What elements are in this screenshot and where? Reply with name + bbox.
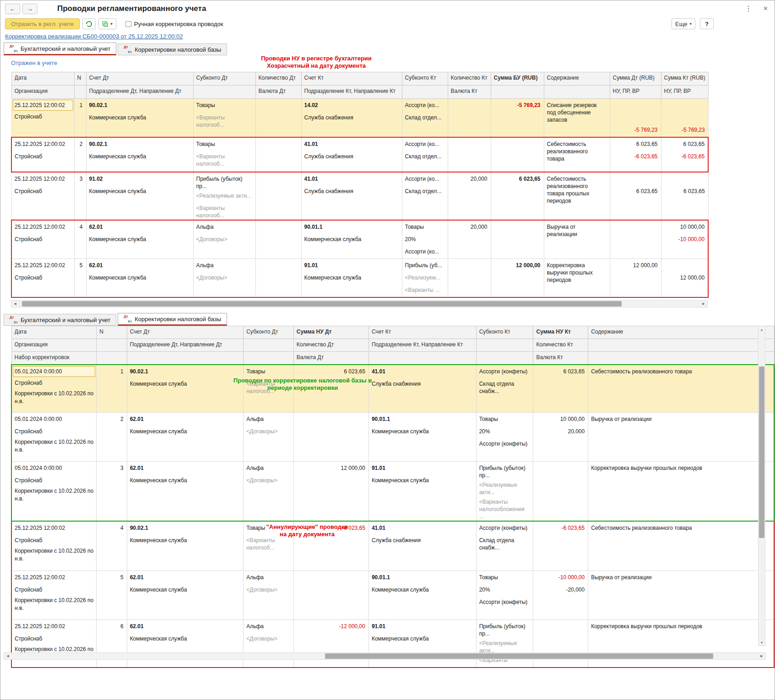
scroll-right-arrow[interactable]: ▶: [758, 653, 765, 659]
grid-cell[interactable]: 4: [97, 521, 127, 571]
grid-cell[interactable]: [448, 259, 491, 298]
grid-cell[interactable]: 05.01.2024 0:00:00СтройснабКорректировки…: [11, 365, 97, 413]
grid-cell[interactable]: Прибыль (убыток) пр...<Реализуемые акти.…: [476, 619, 533, 668]
column-header[interactable]: Количество Дт: [293, 339, 369, 352]
column-header[interactable]: Счет Кт: [369, 326, 476, 339]
column-header[interactable]: Организация: [11, 339, 97, 352]
grid-cell[interactable]: 41.01Служба снабжения: [301, 137, 402, 172]
grid-cell[interactable]: 6: [97, 619, 127, 668]
scrollbar-track[interactable]: [19, 301, 700, 307]
grid-row[interactable]: 25.12.2025 12:00:02Стройснаб290.02.1Комм…: [11, 137, 708, 172]
grid-row[interactable]: 05.01.2024 0:00:00СтройснабКорректировки…: [11, 462, 774, 522]
grid-cell[interactable]: 91.02Коммерческая служба: [86, 172, 193, 220]
grid-cell[interactable]: Ассорти (ко...Склад отдел...: [402, 172, 448, 220]
grid-cell[interactable]: 1: [97, 365, 127, 413]
column-header[interactable]: Количество Кт: [533, 339, 588, 352]
column-header[interactable]: [193, 86, 255, 99]
grid-cell[interactable]: Ассорти (конфеты)Склад отдела снабж...: [476, 365, 533, 413]
reflect-in-accounting-button[interactable]: Отразить в регл. учете: [5, 18, 80, 29]
column-header[interactable]: [544, 86, 610, 99]
grid-cell[interactable]: [533, 462, 588, 522]
column-header[interactable]: Субконто Кт: [402, 72, 448, 86]
column-header[interactable]: [244, 339, 294, 352]
grid-cell[interactable]: 91.01Коммерческая служба: [369, 619, 476, 668]
column-header[interactable]: Сумма НУ Кт: [533, 326, 588, 339]
grid-cell[interactable]: Альфа<Договоры>: [244, 413, 294, 462]
grid-cell[interactable]: Выручка от реализации: [588, 571, 774, 619]
grid-cell[interactable]: Себестоимость реализованного товара прош…: [544, 172, 610, 220]
grid-cell[interactable]: 12 000,00: [293, 462, 369, 522]
column-header[interactable]: [476, 352, 533, 365]
grid-cell[interactable]: 6 023,65: [293, 365, 369, 413]
scroll-left-arrow[interactable]: ◀: [4, 653, 11, 659]
grid-cell[interactable]: [491, 137, 544, 172]
grid-cell[interactable]: 1: [74, 99, 86, 138]
dots-menu-icon[interactable]: ⋮: [745, 4, 752, 13]
column-header[interactable]: Субконто Дт: [244, 326, 294, 339]
grid-cell[interactable]: Товары<Варианты налогооб...: [244, 521, 294, 571]
grid-cell[interactable]: 90.02.1Коммерческая служба: [86, 137, 193, 172]
back-button[interactable]: ←: [5, 4, 20, 14]
scrollbar-thumb[interactable]: [759, 366, 764, 538]
scrollbar-track[interactable]: [759, 333, 765, 639]
grid-cell[interactable]: 20,000: [448, 172, 491, 220]
column-header[interactable]: Организация: [11, 86, 74, 99]
column-header[interactable]: НУ, ПР, ВР: [610, 86, 661, 99]
grid-cell[interactable]: [448, 137, 491, 172]
scrollbar-track[interactable]: [11, 653, 758, 659]
grid-row[interactable]: 25.12.2025 12:00:02СтройснабКорректировк…: [11, 619, 774, 668]
grid-row[interactable]: 25.12.2025 12:00:02Стройснаб562.01Коммер…: [11, 259, 708, 298]
grid-cell[interactable]: 25.12.2025 12:00:02СтройснабКорректировк…: [11, 571, 97, 619]
close-icon[interactable]: ✕: [763, 5, 768, 12]
grid-row[interactable]: 25.12.2025 12:00:02СтройснабКорректировк…: [11, 521, 774, 571]
grid-cell[interactable]: Товары<Варианты налогооб...: [244, 365, 294, 413]
scroll-down-arrow[interactable]: ▼: [758, 639, 765, 646]
grid-cell[interactable]: 12 000,00: [661, 259, 708, 298]
grid-cell[interactable]: 25.12.2025 12:00:02СтройснабКорректировк…: [11, 619, 97, 668]
column-header[interactable]: Валюта Кт: [533, 352, 588, 365]
grid-cell[interactable]: -5 769,23: [661, 99, 708, 138]
grid-cell[interactable]: Прибыль (уб...<Реализуем...<Варианты ...: [402, 259, 448, 298]
grid-cell[interactable]: 90.01.1Коммерческая служба: [369, 413, 476, 462]
grid-cell[interactable]: 62.01Коммерческая служба: [127, 619, 244, 668]
column-header[interactable]: Субконто Дт: [193, 72, 255, 86]
column-header[interactable]: Содержание: [544, 72, 610, 86]
grid-row[interactable]: 25.12.2025 12:00:02Стройснаб462.01Коммер…: [11, 220, 708, 259]
grid-cell[interactable]: 6 023,65: [610, 172, 661, 220]
grid-cell[interactable]: -6 023,65: [293, 521, 369, 571]
grid-cell[interactable]: 25.12.2025 12:00:02Стройснаб: [11, 137, 74, 172]
column-header[interactable]: Подразделение Кт, Направление Кт: [369, 339, 476, 352]
column-header[interactable]: Сумма БУ (RUB): [491, 72, 544, 86]
column-header[interactable]: Количество Кт: [448, 72, 491, 86]
grid-cell[interactable]: Себестоимость реализованного товара: [588, 365, 774, 413]
grid-cell[interactable]: 90.02.1Коммерческая служба: [127, 521, 244, 571]
column-header[interactable]: [588, 339, 774, 352]
grid-cell[interactable]: [293, 571, 369, 619]
grid-cell[interactable]: 62.01Коммерческая служба: [127, 571, 244, 619]
grid-cell[interactable]: [293, 413, 369, 462]
grid-cell[interactable]: Прибыль (убыток) пр...<Реализуемые акти.…: [193, 172, 255, 220]
grid-cell[interactable]: Товары20%Ассорти (конфеты): [476, 571, 533, 619]
grid-cell[interactable]: Ассорти (ко...Склад отдел...: [402, 137, 448, 172]
table2-vertical-scrollbar[interactable]: ▲ ▼: [758, 326, 765, 646]
column-header[interactable]: Валюта Дт: [293, 352, 369, 365]
column-header[interactable]: Количество Дт: [255, 72, 301, 86]
column-header[interactable]: Сумма НУ Дт: [293, 326, 369, 339]
grid-cell[interactable]: [255, 220, 301, 259]
grid-cell[interactable]: 20,000: [448, 220, 491, 259]
grid-cell[interactable]: Выручка от реализации: [588, 413, 774, 462]
grid-cell[interactable]: 12 000,00: [610, 259, 661, 298]
tab-accounting-tax-1[interactable]: ДтКт Бухгалтерский и налоговый учет: [4, 43, 116, 55]
grid-cell[interactable]: Себестоимость реализованного товара: [588, 521, 774, 571]
grid-cell[interactable]: 25.12.2025 12:00:02СтройснабКорректировк…: [11, 521, 97, 571]
column-header[interactable]: Сумма Дт (RUB): [610, 72, 661, 86]
grid-cell[interactable]: Альфа<Договоры>: [244, 619, 294, 668]
grid-cell[interactable]: -12 000,00: [293, 619, 369, 668]
grid-cell[interactable]: Альфа<Договоры>: [244, 462, 294, 522]
grid-cell[interactable]: Списание резервов под обесценение запасо…: [544, 99, 610, 138]
column-header[interactable]: Валюта Кт: [448, 86, 491, 99]
more-button[interactable]: Еще ▾: [672, 18, 695, 29]
tab-accounting-tax-2[interactable]: ДтКт Бухгалтерский и налоговый учет: [4, 314, 116, 326]
scrollbar-thumb[interactable]: [22, 301, 621, 307]
grid-cell[interactable]: 41.01Служба снабжения: [369, 365, 476, 413]
